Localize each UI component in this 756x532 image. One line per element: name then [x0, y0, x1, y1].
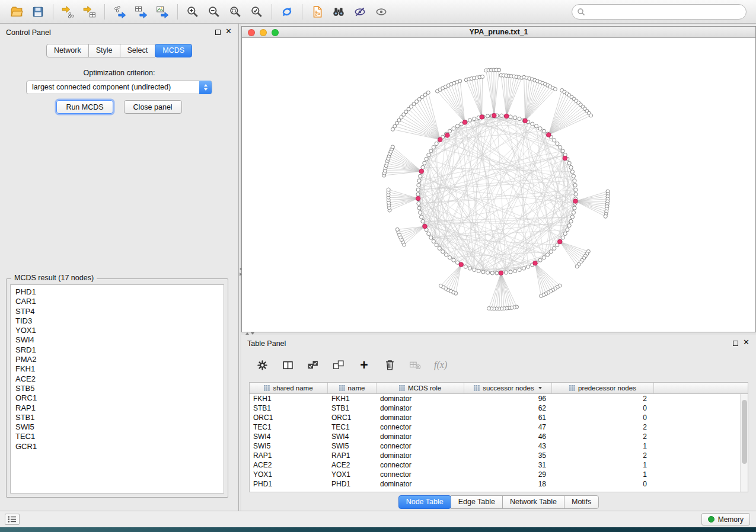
memory-button[interactable]: Memory: [701, 513, 750, 525]
clone-document-icon: [311, 5, 324, 18]
tab-network-table[interactable]: Network Table: [502, 495, 564, 509]
result-node[interactable]: STB1: [11, 413, 224, 422]
table-panel: Table Panel ✕: [241, 335, 756, 511]
column-header-shared-name[interactable]: shared name: [250, 383, 328, 393]
column-header-predecessor-nodes[interactable]: predecessor nodes: [552, 383, 654, 393]
add-row-button[interactable]: +: [358, 358, 371, 372]
cell-successor-nodes: 61: [464, 414, 552, 422]
criterion-dropdown[interactable]: largest connected component (undirected): [26, 81, 212, 94]
close-window-icon[interactable]: [248, 29, 255, 36]
column-header-successor-nodes[interactable]: successor nodes: [464, 383, 552, 393]
result-node[interactable]: ORC1: [11, 393, 224, 403]
save-session-button[interactable]: [27, 3, 49, 21]
memory-label: Memory: [718, 515, 744, 524]
delete-rows-button[interactable]: [383, 358, 396, 372]
zoom-fit-button[interactable]: [225, 3, 246, 21]
result-node[interactable]: STP4: [11, 307, 224, 316]
clone-network-button[interactable]: [307, 3, 328, 21]
result-node[interactable]: FKH1: [11, 364, 224, 374]
optimization-criterion-label: Optimization criterion:: [0, 69, 238, 77]
table-row[interactable]: PHD1PHD1dominator180: [250, 479, 740, 489]
close-panel-icon[interactable]: ✕: [225, 27, 232, 36]
cell-predecessor-nodes: 0: [552, 404, 654, 412]
search-input[interactable]: [572, 4, 747, 20]
table-row[interactable]: ACE2ACE2connector311: [250, 460, 740, 470]
result-node[interactable]: RAP1: [11, 403, 224, 413]
zoom-in-button[interactable]: [182, 3, 203, 21]
column-header-mcds-role[interactable]: MCDS role: [377, 383, 464, 393]
result-node[interactable]: GCR1: [11, 442, 224, 451]
tab-mcds[interactable]: MCDS: [155, 44, 192, 57]
table-row[interactable]: ORC1ORC1dominator610: [250, 413, 740, 422]
column-header-name[interactable]: name: [328, 383, 377, 393]
table-row[interactable]: RAP1RAP1dominator352: [250, 451, 740, 460]
plus-icon: +: [360, 358, 368, 371]
table-scrollbar[interactable]: [740, 394, 748, 492]
tab-style[interactable]: Style: [88, 44, 120, 57]
mcds-result-list[interactable]: PHD1CAR1STP4TID3YOX1SWI4SRD1PMA2FKH1ACE2…: [10, 284, 224, 493]
desktop-background: [0, 527, 756, 532]
result-node[interactable]: STB5: [11, 384, 224, 393]
deselect-all-button[interactable]: [332, 358, 345, 372]
import-network-icon: [62, 5, 75, 18]
import-network-button[interactable]: [58, 3, 79, 21]
table-row[interactable]: YOX1YOX1connector291: [250, 470, 740, 479]
tab-edge-table[interactable]: Edge Table: [451, 495, 503, 509]
result-node[interactable]: SWI4: [11, 335, 224, 345]
result-node[interactable]: PHD1: [11, 287, 224, 297]
show-columns-button[interactable]: [281, 358, 294, 372]
float-panel-icon[interactable]: [215, 30, 221, 35]
cell-mcds-role: dominator: [377, 404, 464, 412]
zoom-out-button[interactable]: [203, 3, 225, 21]
result-node[interactable]: TEC1: [11, 432, 224, 441]
deselect-all-icon: [333, 360, 344, 371]
function-builder-button[interactable]: f(x): [434, 358, 447, 372]
result-node[interactable]: TID3: [11, 316, 224, 326]
table-row[interactable]: FKH1FKH1dominator962: [250, 394, 740, 403]
select-all-button[interactable]: [307, 358, 320, 372]
task-history-button[interactable]: [5, 514, 20, 525]
table-settings-button[interactable]: [256, 358, 269, 372]
table-row[interactable]: SWI5SWI5connector431: [250, 441, 740, 451]
export-image-button[interactable]: [152, 3, 173, 21]
zoom-selected-button[interactable]: [246, 3, 267, 21]
export-table-button[interactable]: [130, 3, 152, 21]
show-graphics-details-button[interactable]: [371, 3, 392, 21]
table-row[interactable]: SWI4SWI4dominator462: [250, 432, 740, 441]
scrollbar-thumb[interactable]: [742, 400, 747, 464]
float-table-panel-icon[interactable]: [733, 341, 738, 346]
cell-shared-name: SWI4: [250, 432, 328, 441]
open-session-button[interactable]: [6, 3, 27, 21]
tab-node-table[interactable]: Node Table: [398, 495, 451, 509]
main-toolbar: [0, 0, 756, 24]
close-panel-button[interactable]: Close panel: [124, 100, 182, 114]
result-node[interactable]: PMA2: [11, 355, 224, 364]
network-window: YPA_prune.txt_1: [241, 26, 756, 332]
import-table-button[interactable]: [79, 3, 100, 21]
result-node[interactable]: SRD1: [11, 345, 224, 355]
result-node[interactable]: ACE2: [11, 374, 224, 384]
eye-icon: [375, 5, 388, 18]
result-node[interactable]: YOX1: [11, 326, 224, 335]
tab-select[interactable]: Select: [120, 44, 156, 57]
export-network-button[interactable]: [109, 3, 130, 21]
cell-name: SWI4: [328, 432, 377, 441]
cell-mcds-role: connector: [377, 461, 464, 469]
close-table-panel-icon[interactable]: ✕: [743, 338, 749, 347]
hide-graphics-details-button[interactable]: [349, 3, 371, 21]
minimize-window-icon[interactable]: [260, 29, 267, 36]
network-canvas[interactable]: [242, 38, 755, 332]
tab-network[interactable]: Network: [46, 44, 89, 57]
cell-mcds-role: dominator: [377, 414, 464, 422]
tab-motifs[interactable]: Motifs: [564, 495, 599, 509]
find-button[interactable]: [328, 3, 349, 21]
run-mcds-button[interactable]: Run MCDS: [56, 100, 113, 114]
maximize-window-icon[interactable]: [272, 29, 279, 36]
table-row[interactable]: TEC1TEC1connector472: [250, 422, 740, 432]
refresh-layout-button[interactable]: [276, 3, 298, 21]
table-panel-title: Table Panel: [247, 339, 286, 348]
save-floppy-icon: [31, 5, 44, 18]
table-row[interactable]: STB1STB1dominator620: [250, 403, 740, 413]
result-node[interactable]: CAR1: [11, 297, 224, 306]
result-node[interactable]: SWI5: [11, 422, 224, 432]
